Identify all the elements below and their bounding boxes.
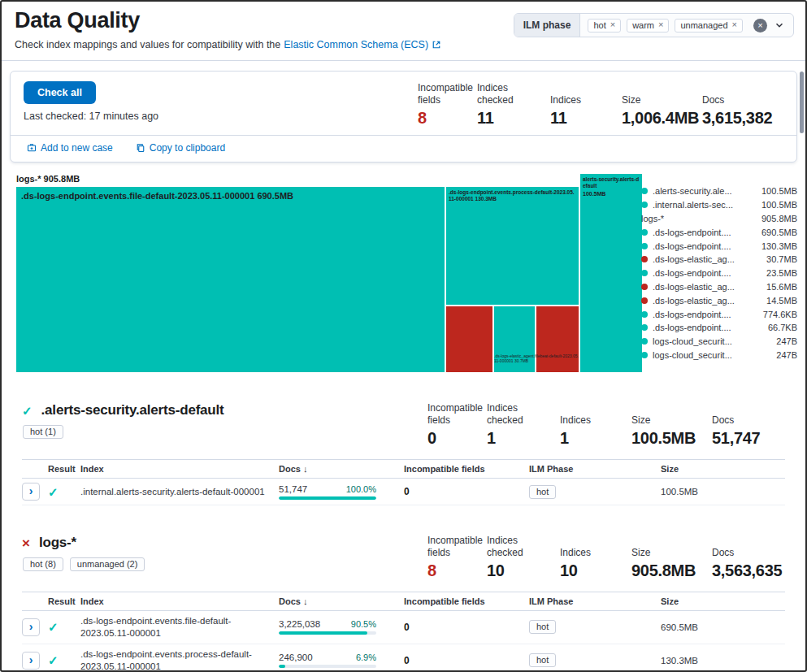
legend-item[interactable]: .ds-logs-endpoint....774.6KB <box>641 307 797 321</box>
stat-docs: Docs3,563,635 <box>712 547 785 580</box>
index-name: .internal.alerts-security.alerts-default… <box>80 486 279 498</box>
treemap-cell-label: alerts-security.alerts-default 100.5MB <box>580 174 642 200</box>
chip-label: hot <box>593 20 605 30</box>
check-all-button[interactable]: Check all <box>24 81 96 104</box>
ilm-phase-badge: unmanaged (2) <box>70 557 145 571</box>
page-header: Data Quality Check index mappings and va… <box>2 2 805 50</box>
legend-item[interactable]: logs-cloud_securit...247B <box>641 335 797 349</box>
chip-label: unmanaged <box>680 20 727 30</box>
section-stats: Incompatible fields0 Indices checked1 In… <box>427 402 785 448</box>
expand-row-button[interactable]: › <box>22 618 40 636</box>
copy-to-clipboard-link[interactable]: Copy to clipboard <box>136 142 225 154</box>
add-to-new-case-link[interactable]: Add to new case <box>27 142 113 154</box>
index-name: .ds-logs-endpoint.events.process-default… <box>80 648 279 672</box>
legend-dot-red <box>641 256 648 262</box>
legend-item[interactable]: .ds-logs-endpoint....66.7KB <box>641 321 797 335</box>
table-header-row: Result Index Docs↓ Incompatible fields I… <box>22 592 785 611</box>
clear-filters-button[interactable]: × <box>753 19 767 33</box>
treemap-group-label-logs: logs-* 905.8MB <box>16 174 80 184</box>
docs-progress-bar <box>279 631 376 635</box>
chip-remove-icon[interactable]: × <box>732 20 737 29</box>
scrollbar-thumb[interactable] <box>800 72 804 133</box>
ecs-link[interactable]: Elastic Common Schema (ECS) <box>284 39 428 50</box>
treemap-cell-label: .ds-logs-endpoint.events.file-default-20… <box>16 187 445 205</box>
pattern-section-alerts: ✓ .alerts-security.alerts-default hot (1… <box>2 402 805 505</box>
legend-item[interactable]: .alerts-security.ale...100.5MB <box>641 184 797 198</box>
case-icon <box>27 143 37 153</box>
stat-indices-checked: Indices checked 11 <box>477 82 550 128</box>
legend-item[interactable]: .ds-logs-elastic_ag...30.7MB <box>641 253 797 267</box>
legend-item[interactable]: .ds-logs-elastic_ag...14.5MB <box>641 293 797 307</box>
data-quality-page: Data Quality Check index mappings and va… <box>0 0 807 672</box>
sort-down-icon: ↓ <box>303 596 308 606</box>
copy-icon <box>136 143 145 153</box>
summary-card: Check all Last checked: 17 minutes ago I… <box>10 71 797 163</box>
legend-item[interactable]: .internal.alerts-sec...100.5MB <box>641 198 797 212</box>
treemap-cell-process-default[interactable]: .ds-logs-endpoint.events.process-default… <box>446 187 579 305</box>
stat-size: Size100.5MB <box>631 414 712 448</box>
filter-chip-unmanaged[interactable]: unmanaged × <box>675 19 743 33</box>
last-checked-text: Last checked: 17 minutes ago <box>24 111 158 122</box>
legend-dot-teal <box>641 324 648 331</box>
storage-treemap: logs-* 905.8MB .ds-logs-endpoint.events.… <box>2 174 805 373</box>
treemap-cell-file-default[interactable]: .ds-logs-endpoint.events.file-default-20… <box>16 187 445 372</box>
treemap-cell-label: .ds-logs-endpoint.events.process-default… <box>446 187 579 206</box>
table-row: › ✓ .ds-logs-endpoint.events.file-defaul… <box>22 611 785 644</box>
stat-indices-checked: Indices checked1 <box>487 402 560 448</box>
ilm-filter-label: ILM phase <box>514 14 581 37</box>
treemap-legend: .alerts-security.ale...100.5MB .internal… <box>641 184 797 362</box>
legend-item[interactable]: .ds-logs-endpoint....690.5MB <box>641 225 797 239</box>
legend-item[interactable]: logs-cloud_securit...247B <box>641 349 797 362</box>
ilm-badge: hot <box>529 620 556 634</box>
filter-chip-warm[interactable]: warm × <box>627 19 669 33</box>
legend-item[interactable]: .ds-logs-elastic_ag...15.6MB <box>641 280 797 294</box>
incompatible-count: 0 <box>404 486 529 497</box>
treemap-cell-incompatible[interactable] <box>536 306 579 372</box>
clear-icon: × <box>757 21 762 30</box>
chip-remove-icon[interactable]: × <box>658 20 663 29</box>
check-icon: ✓ <box>48 621 80 633</box>
ilm-phase-filter[interactable]: ILM phase hot × warm × unmanaged × × <box>514 13 794 37</box>
legend-item-group[interactable]: logs-*905.8MB <box>641 212 797 226</box>
chip-remove-icon[interactable]: × <box>610 20 615 29</box>
index-name: .ds-logs-endpoint.events.file-default-20… <box>80 615 279 639</box>
check-icon: ✓ <box>48 486 80 498</box>
pattern-section-logs: × logs-* hot (8) unmanaged (2) Incompati… <box>2 535 805 672</box>
docs-cell: 3,225,03890.5% <box>279 619 376 635</box>
legend-dot-teal <box>641 352 648 358</box>
legend-dot-teal <box>641 311 648 318</box>
stat-size: Size 1,006.4MB <box>622 94 702 128</box>
stat-indices-checked: Indices checked10 <box>487 535 560 580</box>
treemap-cell-alerts-default[interactable]: alerts-security.alerts-default 100.5MB <box>580 174 642 372</box>
chevron-right-icon: › <box>29 621 33 632</box>
card-divider <box>11 135 796 136</box>
stat-incompatible-fields: Incompatible fields0 <box>427 402 487 448</box>
docs-sort-header[interactable]: Docs↓ <box>279 596 404 606</box>
stat-incompatible-fields: Incompatible fields8 <box>427 535 487 580</box>
expand-row-button[interactable]: › <box>22 483 40 501</box>
stat-docs: Docs 3,615,382 <box>702 94 775 128</box>
legend-dot-teal <box>641 188 648 194</box>
filter-chip-hot[interactable]: hot × <box>588 19 621 33</box>
stat-indices: Indices10 <box>560 547 631 580</box>
section-stats: Incompatible fields8 Indices checked10 I… <box>427 535 785 580</box>
page-subtitle: Check index mappings and values for comp… <box>15 39 792 50</box>
treemap-cell-incompatible[interactable] <box>446 306 492 372</box>
docs-cell: 51,747100.0% <box>279 484 376 500</box>
legend-item[interactable]: .ds-logs-endpoint....130.3MB <box>641 239 797 253</box>
treemap-cell-compatible[interactable] <box>494 306 535 372</box>
expand-row-button[interactable]: › <box>22 652 40 670</box>
docs-sort-header[interactable]: Docs↓ <box>279 464 404 474</box>
table-row: › ✓ .internal.alerts-security.alerts-def… <box>22 479 785 505</box>
legend-item[interactable]: .ds-logs-endpoint....23.5MB <box>641 267 797 280</box>
incompatible-count: 0 <box>404 655 529 666</box>
filter-controls: × <box>750 14 793 37</box>
chevron-down-icon[interactable] <box>774 20 785 31</box>
subtitle-text: Check index mappings and values for comp… <box>15 39 280 50</box>
indices-table: Result Index Docs↓ Incompatible fields I… <box>22 459 785 505</box>
docs-cell: 246,9006.9% <box>279 652 376 668</box>
ilm-phase-badge: hot (8) <box>23 557 63 571</box>
sort-down-icon: ↓ <box>303 464 308 474</box>
size-cell: 130.3MB <box>661 656 785 665</box>
section-title: logs-* <box>39 535 76 551</box>
